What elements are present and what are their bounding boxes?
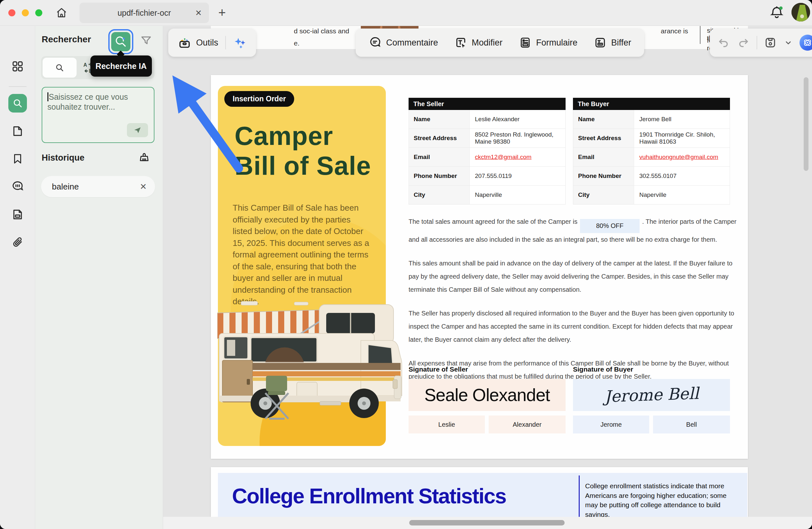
tools-button[interactable]: Outils <box>177 35 218 50</box>
sidebar-item-thumbnails[interactable] <box>11 59 25 73</box>
row-value: 1901 Thornridge Cir. Shiloh, Hawaii 8106… <box>634 129 730 147</box>
form-icon <box>519 36 532 49</box>
pdf-page-1: Insertion Order Camper Bill of Sale This… <box>211 75 748 459</box>
horizontal-scrollbar-thumb[interactable] <box>409 520 565 526</box>
sidebar-item-attachments[interactable] <box>11 235 25 249</box>
paragraph: This sales amount shall be paid in advan… <box>409 257 739 296</box>
college-caption: College enrollment statistics indicate t… <box>585 481 727 517</box>
save-icon <box>764 36 777 49</box>
row-label: Email <box>573 148 634 167</box>
seller-signature-field[interactable]: Seale Olexandet <box>409 379 566 411</box>
send-button[interactable] <box>127 123 148 137</box>
seller-last-name-field[interactable]: Alexander <box>489 415 566 433</box>
clear-history-button[interactable] <box>137 151 151 165</box>
mode-comment-label: Commentaire <box>386 38 438 48</box>
toolbar-divider <box>757 36 757 49</box>
search-placeholder: Saisissez ce que vous souhaitez trouver.… <box>47 92 128 111</box>
chat-icon <box>11 180 24 193</box>
mode-edit-button[interactable]: Modifier <box>454 36 503 49</box>
table-row: Name Leslie Alexander <box>409 110 566 129</box>
toolbox-icon <box>177 35 192 50</box>
table-row: Street Address 1901 Thornridge Cir. Shil… <box>573 129 730 148</box>
row-label: Name <box>573 110 634 129</box>
vertical-scrollbar-thumb[interactable] <box>804 77 809 171</box>
sidebar-divider <box>9 86 27 87</box>
avatar[interactable] <box>792 3 810 22</box>
table-row: Street Address 8502 Preston Rd. Inglewoo… <box>409 129 566 148</box>
buyer-first-name-field[interactable]: Jerome <box>573 415 649 433</box>
buyer-signature-field[interactable]: Jerome Bell <box>573 379 730 411</box>
plus-icon: + <box>218 5 226 20</box>
row-value: Leslie Alexander <box>470 110 565 129</box>
row-value: 207.555.0119 <box>470 167 565 185</box>
sidebar-item-search[interactable] <box>8 94 27 113</box>
filter-button[interactable] <box>139 34 153 48</box>
history-title: Historique <box>42 153 85 163</box>
sparkles-icon <box>233 35 247 50</box>
row-label: Phone Number <box>409 167 470 185</box>
tools-label: Outils <box>196 38 218 48</box>
history-item-label: baleine <box>52 182 79 192</box>
mode-comment-button[interactable]: Commentaire <box>368 36 438 49</box>
new-tab-button[interactable]: + <box>214 4 230 20</box>
horizontal-scrollbar-track <box>163 517 812 529</box>
toolbar-divider <box>225 36 226 49</box>
redo-button[interactable] <box>737 36 750 49</box>
avatar-image <box>792 3 810 22</box>
mode-form-button[interactable]: Formulaire <box>519 36 577 49</box>
ai-search-tooltip: Recherche IA <box>90 56 152 77</box>
email-link[interactable]: ckctm12@gmail.com <box>470 148 565 167</box>
svg-text:A: A <box>83 62 87 68</box>
minimize-window-button[interactable] <box>22 9 29 16</box>
email-link[interactable]: vuhaithuongnute@gmail.com <box>634 148 730 167</box>
sidebar-item-bookmarks[interactable] <box>11 152 25 166</box>
mode-edit-label: Modifier <box>472 38 503 48</box>
row-value: 8502 Preston Rd. Inglewood, Maine 98380 <box>470 129 565 147</box>
mode-redact-label: Biffer <box>611 38 631 48</box>
comment-icon <box>368 36 382 49</box>
sidebar-item-attachments-page[interactable] <box>11 208 25 221</box>
row-label: Name <box>409 110 470 129</box>
buyer-last-name-field[interactable]: Bell <box>653 415 730 433</box>
poster-title-line2: Bill of Sale <box>235 151 371 181</box>
table-row: Phone Number 207.555.0119 <box>409 167 566 186</box>
sidebar-item-comments[interactable] <box>11 179 25 193</box>
seller-first-name-field[interactable]: Leslie <box>409 415 485 433</box>
table-row: City Naperville <box>409 186 566 204</box>
pages-icon <box>11 208 24 221</box>
mode-redact-button[interactable]: Biffer <box>593 36 631 49</box>
table-row: Email vuhaithuongnute@gmail.com <box>573 148 730 167</box>
save-menu-button[interactable] <box>783 38 793 47</box>
bookmark-icon <box>12 153 24 165</box>
tools-group: Outils <box>168 29 256 57</box>
ai-assistant-button[interactable] <box>799 34 812 51</box>
close-window-button[interactable] <box>8 9 15 16</box>
camper-van-illustration <box>217 299 403 431</box>
history-item[interactable]: baleine ✕ <box>41 176 155 197</box>
tab-close-icon[interactable]: ✕ <box>195 8 202 17</box>
notifications-button[interactable] <box>768 4 785 21</box>
document-canvas: d soc-ial class and e. arance is sites, … <box>163 26 812 529</box>
ai-search-textarea[interactable]: Saisissez ce que vous souhaitez trouver.… <box>42 87 155 143</box>
discount-form-field[interactable]: 80% OFF <box>580 219 640 233</box>
college-section: College Enrollment Statistics College en… <box>218 473 747 517</box>
sidebar-item-pages[interactable] <box>11 124 25 138</box>
poster-body-text: This Camper Bill of Sale has been offici… <box>233 202 372 308</box>
search-small-icon <box>55 63 64 72</box>
edit-icon <box>454 36 467 49</box>
zoom-window-button[interactable] <box>35 9 42 16</box>
ai-sparkles-button[interactable] <box>233 35 247 50</box>
home-button[interactable] <box>54 5 69 20</box>
app-window: updf-fichier-ocr ✕ + <box>0 0 812 529</box>
document-tab[interactable]: updf-fichier-ocr ✕ <box>79 3 209 23</box>
row-label: Street Address <box>573 129 634 147</box>
paperclip-icon <box>11 235 24 248</box>
history-item-close-icon[interactable]: ✕ <box>140 182 147 192</box>
text-search-input[interactable] <box>43 58 76 77</box>
search-icon <box>12 98 23 109</box>
undo-button[interactable] <box>717 36 730 49</box>
save-button[interactable] <box>764 36 777 49</box>
buyer-last-name: Bell <box>686 421 697 428</box>
poster-title-line1: Camper <box>235 121 371 151</box>
row-label: Email <box>409 148 470 167</box>
